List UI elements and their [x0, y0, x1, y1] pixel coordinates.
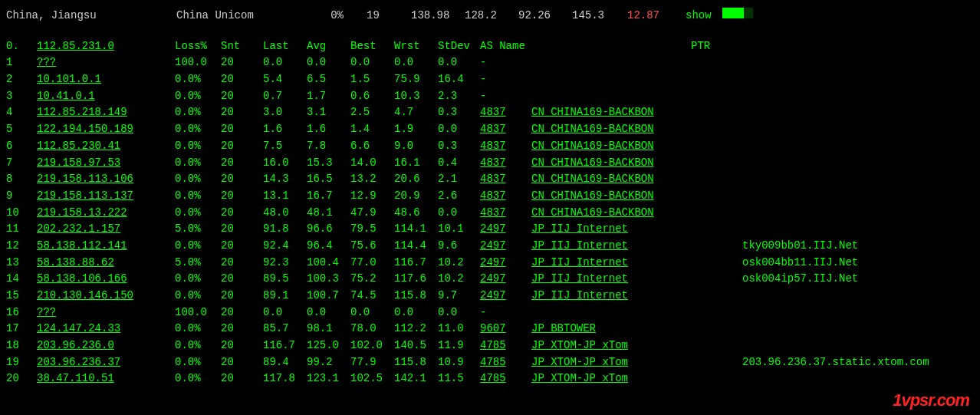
hop-asn[interactable]: 9607 [480, 321, 531, 338]
hop-ptr: tky009bb01.IIJ.Net [742, 238, 858, 255]
col-ip[interactable]: 112.85.231.0 [37, 38, 175, 55]
hop-ip[interactable]: ??? [37, 54, 175, 71]
hop-wrst: 10.3 [394, 88, 438, 105]
hop-asn[interactable]: 2497 [480, 221, 531, 238]
hop-asn[interactable]: 2497 [480, 255, 531, 272]
hop-asn[interactable]: 4785 [480, 338, 531, 354]
hop-ip[interactable]: 124.147.24.33 [37, 321, 175, 338]
show-link[interactable]: show [686, 8, 712, 25]
hop-avg: 1.6 [307, 121, 350, 138]
hop-last: 7.5 [263, 138, 307, 155]
hop-best: 1.5 [350, 71, 394, 88]
hop-snt: 20 [221, 305, 263, 321]
hop-ip[interactable]: 122.194.150.189 [37, 121, 175, 138]
hop-asn[interactable]: 2497 [480, 238, 531, 255]
table-row: 4112.85.218.1490.0%203.03.12.54.70.34837… [6, 104, 974, 121]
hop-best: 79.5 [350, 221, 394, 238]
hop-last: 16.0 [263, 155, 307, 172]
watermark: 1vpsr.com [893, 390, 969, 410]
hop-asname[interactable]: CN CHINA169-BACKBON [531, 205, 742, 222]
hop-avg: 96.4 [307, 238, 350, 255]
hop-number: 7 [6, 155, 37, 172]
stat-1: 138.98 [411, 8, 465, 25]
hop-asname[interactable]: CN CHINA169-BACKBON [531, 104, 742, 121]
hop-loss: 0.0% [175, 271, 221, 288]
hop-ptr: osk004ip57.IIJ.Net [742, 271, 858, 288]
hop-asname[interactable]: CN CHINA169-BACKBON [531, 171, 742, 188]
hop-ip[interactable]: 58.138.88.62 [37, 255, 175, 272]
hop-ip[interactable]: 58.138.112.141 [37, 238, 175, 255]
hop-ip[interactable]: 58.138.106.166 [37, 271, 175, 288]
hop-asname[interactable]: JP IIJ Internet [531, 271, 742, 288]
hop-wrst: 20.6 [394, 171, 438, 188]
hop-asn[interactable]: 4785 [480, 371, 531, 387]
hop-ip[interactable]: 210.130.146.150 [37, 288, 175, 305]
hop-best: 74.5 [350, 288, 394, 305]
hop-asn[interactable]: 4837 [480, 121, 531, 138]
table-row: 17124.147.24.330.0%2085.798.178.0112.211… [6, 321, 974, 338]
hop-ip[interactable]: 202.232.1.157 [37, 221, 175, 238]
hop-asname[interactable]: JP XTOM-JP xTom [531, 354, 742, 371]
hop-asname[interactable]: JP IIJ Internet [531, 238, 742, 255]
loss-pct: 0% [313, 8, 367, 25]
table-row: 7219.158.97.530.0%2016.015.314.016.10.44… [6, 155, 974, 172]
hop-asn[interactable]: 4785 [480, 354, 531, 371]
hop-ip[interactable]: 112.85.230.41 [37, 138, 175, 155]
hop-asn[interactable]: 4837 [480, 171, 531, 188]
hop-asname[interactable]: CN CHINA169-BACKBON [531, 188, 742, 205]
hop-avg: 6.5 [307, 71, 350, 88]
hop-asname[interactable]: JP XTOM-JP xTom [531, 338, 742, 354]
hop-ip[interactable]: 203.96.236.37 [37, 354, 175, 371]
hop-wrst: 140.5 [394, 338, 438, 354]
hop-asn[interactable]: 4837 [480, 188, 531, 205]
hop-asn[interactable]: 2497 [480, 288, 531, 305]
hop-number: 19 [6, 354, 37, 371]
hop-asname[interactable]: CN CHINA169-BACKBON [531, 138, 742, 155]
hop-ptr: 203.96.236.37.static.xtom.com [742, 354, 929, 371]
hop-ip[interactable]: 219.158.97.53 [37, 155, 175, 172]
hop-ip[interactable]: 112.85.218.149 [37, 104, 175, 121]
hop-ip[interactable]: 10.41.0.1 [37, 88, 175, 105]
hop-ip[interactable]: 219.158.113.137 [37, 188, 175, 205]
hop-ip[interactable]: 203.96.236.0 [37, 338, 175, 354]
col-hop: 0. [6, 38, 37, 55]
hop-number: 5 [6, 121, 37, 138]
hop-ip[interactable]: 219.158.113.106 [37, 171, 175, 188]
hop-ip[interactable]: ??? [37, 305, 175, 321]
hop-asn[interactable]: 4837 [480, 205, 531, 222]
hop-asn[interactable]: 4837 [480, 155, 531, 172]
table-row: 10219.158.13.2220.0%2048.048.147.948.60.… [6, 205, 974, 222]
hop-avg: 15.3 [307, 155, 350, 172]
hop-asname[interactable]: CN CHINA169-BACKBON [531, 155, 742, 172]
hop-asname[interactable]: JP XTOM-JP xTom [531, 371, 742, 387]
hop-wrst: 20.9 [394, 188, 438, 205]
stat-3: 92.26 [518, 8, 572, 25]
hop-stdev: 0.0 [438, 205, 480, 222]
hop-wrst: 75.9 [394, 71, 438, 88]
hop-asname[interactable]: JP IIJ Internet [531, 221, 742, 238]
hop-asname[interactable]: JP BBTOWER [531, 321, 742, 338]
hop-best: 75.6 [350, 238, 394, 255]
hop-last: 3.0 [263, 104, 307, 121]
hop-asname[interactable]: JP IIJ Internet [531, 288, 742, 305]
table-row: 1258.138.112.1410.0%2092.496.475.6114.49… [6, 238, 974, 255]
hop-ip[interactable]: 38.47.110.51 [37, 371, 175, 387]
hop-number: 6 [6, 138, 37, 155]
hop-wrst: 115.8 [394, 288, 438, 305]
hop-loss: 0.0% [175, 155, 221, 172]
hop-loss: 0.0% [175, 188, 221, 205]
hop-asname[interactable]: JP IIJ Internet [531, 255, 742, 272]
hop-ip[interactable]: 219.158.13.222 [37, 205, 175, 222]
hop-avg: 0.0 [307, 54, 350, 71]
hop-avg: 48.1 [307, 205, 350, 222]
hop-last: 89.4 [263, 354, 307, 371]
hop-asn[interactable]: 2497 [480, 271, 531, 288]
hop-asname[interactable]: CN CHINA169-BACKBON [531, 121, 742, 138]
hop-asn: - [480, 54, 531, 71]
hop-asn[interactable]: 4837 [480, 104, 531, 121]
hop-asn[interactable]: 4837 [480, 138, 531, 155]
hop-loss: 0.0% [175, 138, 221, 155]
hop-snt: 20 [221, 54, 263, 71]
hop-ip[interactable]: 10.101.0.1 [37, 71, 175, 88]
hop-last: 85.7 [263, 321, 307, 338]
